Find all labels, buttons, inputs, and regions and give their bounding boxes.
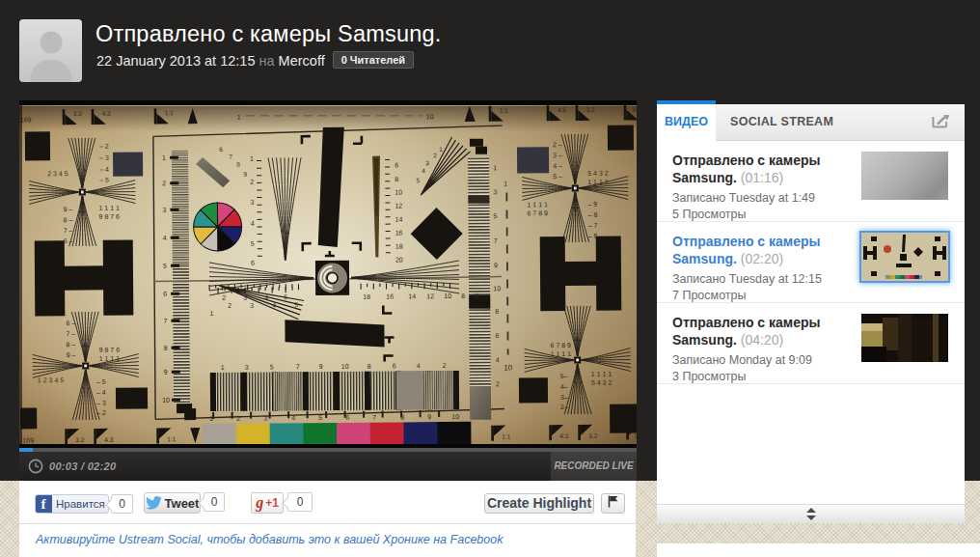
svg-text:3–: 3–	[560, 394, 568, 401]
svg-text:7: 7	[296, 363, 300, 370]
svg-text:4.3: 4.3	[104, 436, 113, 443]
svg-text:1 1 1 1: 1 1 1 1	[551, 350, 572, 357]
svg-text:10: 10	[426, 113, 434, 120]
svg-text:2: 2	[433, 152, 437, 158]
svg-text:1: 1	[493, 164, 497, 171]
svg-text:16: 16	[634, 432, 637, 438]
svg-text:169: 169	[22, 436, 34, 443]
svg-text:10: 10	[395, 188, 402, 195]
svg-text:3 –: 3 –	[553, 152, 562, 158]
svg-text:2: 2	[496, 380, 500, 387]
svg-text:16: 16	[386, 292, 394, 299]
svg-text:3: 3	[263, 414, 267, 421]
svg-text:12: 12	[395, 202, 402, 209]
svg-text:4: 4	[496, 356, 500, 363]
svg-text:1:1: 1:1	[165, 109, 174, 116]
svg-text:9: 9	[243, 171, 247, 178]
svg-text:7 –: 7 –	[66, 330, 75, 337]
svg-text:9: 9	[494, 262, 498, 268]
svg-text:– 5: – 5	[99, 177, 109, 183]
svg-text:– 5: – 5	[96, 378, 106, 385]
svg-text:1: 1	[162, 154, 166, 161]
svg-text:6: 6	[496, 332, 500, 339]
svg-text:6: 6	[345, 414, 349, 421]
svg-text:3: 3	[245, 364, 249, 371]
svg-text:7: 7	[163, 318, 167, 324]
svg-text:1 2 3 4 5: 1 2 3 4 5	[38, 376, 64, 383]
svg-text:4: 4	[422, 167, 425, 174]
svg-text:10: 10	[451, 413, 459, 420]
svg-text:10: 10	[444, 292, 451, 299]
svg-text:2: 2	[162, 180, 166, 186]
svg-text:3: 3	[162, 207, 166, 213]
svg-text:1 1 1 1: 1 1 1 1	[587, 179, 609, 185]
svg-text:5–: 5–	[560, 373, 568, 379]
svg-text:4: 4	[272, 301, 276, 308]
svg-text:5 –: 5 –	[553, 173, 562, 180]
svg-text:5: 5	[416, 177, 420, 183]
svg-text:18: 18	[363, 293, 370, 300]
svg-text:– 4: – 4	[96, 389, 106, 396]
svg-text:4: 4	[417, 362, 421, 369]
svg-text:2: 2	[236, 415, 240, 422]
svg-text:8: 8	[461, 292, 465, 299]
svg-text:4: 4	[291, 414, 295, 421]
svg-text:6 7 8 9: 6 7 8 9	[527, 209, 548, 216]
svg-text:8 –: 8 –	[67, 341, 76, 348]
svg-text:5: 5	[318, 414, 322, 421]
svg-text:– 3: – 3	[96, 400, 106, 406]
svg-text:3.2: 3.2	[588, 432, 597, 439]
svg-text:– 7: – 7	[588, 222, 598, 229]
svg-text:6 –: 6 –	[66, 320, 75, 326]
svg-text:1:1: 1:1	[167, 435, 176, 442]
svg-text:9 8 7 6: 9 8 7 6	[99, 347, 121, 353]
svg-text:8 –: 8 –	[64, 216, 73, 223]
svg-text:5: 5	[251, 240, 255, 247]
svg-text:4:3: 4:3	[558, 106, 566, 113]
svg-text:– 4: – 4	[99, 166, 109, 173]
svg-text:9 –: 9 –	[67, 351, 76, 358]
svg-text:6: 6	[219, 146, 223, 153]
svg-text:5: 5	[294, 301, 298, 308]
svg-text:2: 2	[250, 179, 254, 185]
svg-text:– 9: – 9	[587, 201, 597, 208]
svg-text:4 –: 4 –	[553, 162, 562, 169]
svg-text:6 –: 6 –	[64, 237, 73, 244]
svg-text:4:3: 4:3	[559, 432, 568, 439]
svg-text:8: 8	[368, 363, 371, 370]
svg-text:4.3: 4.3	[102, 110, 111, 117]
svg-text:4: 4	[251, 220, 255, 227]
svg-text:2: 2	[228, 302, 231, 309]
svg-text:1:1: 1:1	[500, 107, 508, 114]
svg-text:9: 9	[319, 363, 323, 370]
svg-text:3: 3	[250, 302, 254, 309]
svg-text:2: 2	[222, 294, 226, 301]
svg-text:9: 9	[427, 413, 431, 420]
svg-text:9: 9	[164, 369, 168, 376]
svg-text:16: 16	[632, 105, 637, 112]
svg-text:1 1 1 1: 1 1 1 1	[99, 355, 121, 362]
svg-text:1: 1	[250, 155, 254, 162]
svg-text:2–: 2–	[560, 404, 568, 410]
svg-text:2 –: 2 –	[553, 141, 562, 148]
svg-text:– 8: – 8	[587, 211, 597, 218]
svg-text:3: 3	[493, 188, 497, 195]
svg-text:16: 16	[395, 229, 403, 236]
svg-text:8: 8	[164, 345, 168, 351]
svg-text:1: 1	[439, 146, 443, 153]
svg-text:5 4 3 2: 5 4 3 2	[591, 379, 612, 386]
svg-text:10: 10	[162, 397, 170, 404]
svg-text:3.2: 3.2	[75, 436, 84, 443]
svg-text:6: 6	[163, 291, 167, 297]
svg-text:1: 1	[237, 114, 241, 121]
svg-text:20: 20	[395, 256, 403, 263]
svg-text:7: 7	[494, 237, 498, 244]
svg-text:1 1 1 1: 1 1 1 1	[98, 205, 120, 211]
svg-text:14: 14	[395, 215, 403, 222]
svg-text:10: 10	[493, 285, 501, 292]
svg-text:– 2: – 2	[96, 409, 106, 416]
svg-text:2 3 4 5: 2 3 4 5	[47, 170, 68, 177]
svg-text:10: 10	[504, 363, 513, 372]
svg-text:6: 6	[251, 260, 255, 266]
svg-text:– 2: – 2	[99, 143, 109, 150]
